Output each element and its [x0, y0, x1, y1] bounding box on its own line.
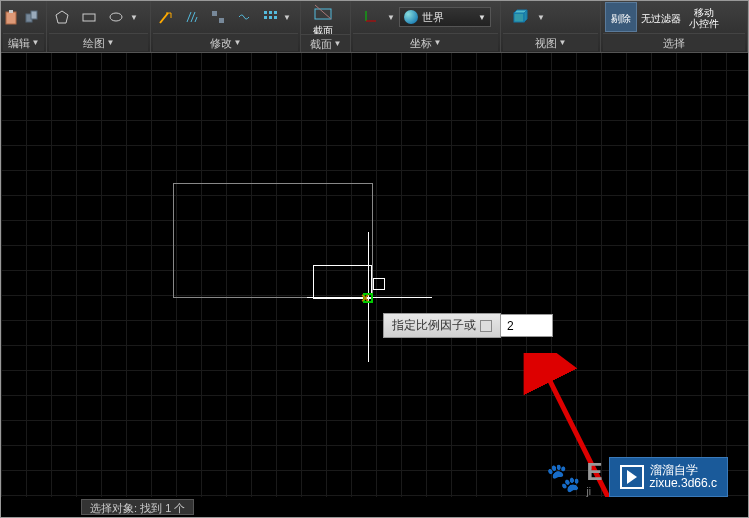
selection-panel-label: 选择 [663, 34, 685, 52]
offset-icon[interactable] [180, 5, 204, 29]
svg-rect-9 [264, 11, 267, 14]
svg-point-6 [110, 13, 122, 21]
coordinate-system-combo[interactable]: 世界 ▼ [399, 7, 491, 27]
paw-icon: 🐾 [546, 461, 581, 494]
move-gizmo-button[interactable]: 移动小控件 [685, 2, 723, 32]
chevron-down-icon[interactable]: ▼ [434, 34, 442, 52]
command-line[interactable]: 选择对象: 找到 1 个 [81, 499, 194, 515]
chevron-down-icon[interactable]: ▼ [283, 13, 291, 22]
svg-rect-14 [274, 16, 277, 19]
chevron-down-icon[interactable]: ▼ [234, 34, 242, 52]
watermark-text-e: E [587, 458, 603, 486]
ucs-icon[interactable] [358, 5, 382, 29]
chevron-down-icon[interactable]: ▼ [559, 34, 567, 52]
watermark: 🐾 E ji 溜溜自学 zixue.3d66.c [546, 457, 728, 497]
snap-x-icon: × [361, 290, 369, 306]
svg-marker-4 [56, 11, 68, 23]
svg-rect-11 [274, 11, 277, 14]
svg-rect-1 [9, 10, 13, 13]
no-filter-label: 无过滤器 [641, 13, 681, 24]
chevron-down-icon[interactable]: ▼ [130, 13, 138, 22]
watermark-badge: 溜溜自学 zixue.3d66.c [609, 457, 728, 497]
svg-rect-8 [219, 18, 224, 23]
extend-icon[interactable] [154, 5, 178, 29]
join-icon[interactable] [206, 5, 230, 29]
play-icon [627, 470, 637, 484]
rectangle-icon[interactable] [77, 5, 101, 29]
view-cube-icon[interactable] [508, 5, 532, 29]
coord-panel-label: 坐标 [410, 34, 432, 52]
ribbon-toolbar: 编辑▼ ▼ 绘图▼ ▼ 修改▼ 截面平面 截面▼ ▼ [1, 1, 748, 53]
svg-line-16 [315, 5, 331, 19]
chevron-down-icon[interactable]: ▼ [334, 35, 342, 53]
cull-label: 剔除 [611, 13, 631, 24]
break-icon[interactable] [232, 5, 256, 29]
polygon-icon[interactable] [50, 5, 74, 29]
scale-factor-input[interactable] [501, 314, 553, 337]
drawing-canvas[interactable]: × 指定比例因子或 🐾 E ji 溜溜自学 zixue.3d66.c [1, 53, 748, 497]
edit-panel-label: 编辑 [8, 34, 30, 52]
svg-rect-5 [83, 14, 95, 21]
svg-rect-19 [514, 13, 524, 22]
copy-icon[interactable] [25, 5, 44, 29]
draw-panel-label: 绘图 [83, 34, 105, 52]
ellipse-icon[interactable] [104, 5, 128, 29]
prompt-dropdown-icon[interactable] [480, 320, 492, 332]
prompt-label-box: 指定比例因子或 [383, 313, 501, 338]
dynamic-input-prompt: 指定比例因子或 [383, 313, 553, 338]
prompt-text: 指定比例因子或 [392, 317, 476, 334]
svg-rect-10 [269, 11, 272, 14]
chevron-down-icon[interactable]: ▼ [107, 34, 115, 52]
modify-panel-label: 修改 [210, 34, 232, 52]
svg-rect-3 [31, 11, 37, 19]
section-panel-label: 截面 [310, 35, 332, 53]
chevron-down-icon: ▼ [478, 13, 486, 22]
no-filter-button[interactable]: 无过滤器 [639, 2, 683, 32]
chevron-down-icon[interactable]: ▼ [537, 13, 545, 22]
svg-rect-0 [6, 12, 16, 24]
svg-rect-7 [212, 11, 217, 16]
paste-icon[interactable] [4, 5, 23, 29]
view-panel-label: 视图 [535, 34, 557, 52]
svg-rect-12 [264, 16, 267, 19]
cull-button[interactable]: 剔除 [605, 2, 637, 32]
globe-icon [404, 10, 418, 24]
watermark-line2: zixue.3d66.c [650, 477, 717, 490]
move-gizmo-label: 移动小控件 [689, 7, 719, 29]
chevron-down-icon[interactable]: ▼ [387, 13, 395, 22]
chevron-down-icon[interactable]: ▼ [32, 34, 40, 52]
grid-background [1, 53, 748, 497]
cursor-pickbox [373, 278, 385, 290]
coord-combo-text: 世界 [422, 10, 444, 25]
array-icon[interactable] [258, 5, 282, 29]
svg-rect-13 [269, 16, 272, 19]
status-bar: 选择对象: 找到 1 个 [1, 497, 748, 517]
